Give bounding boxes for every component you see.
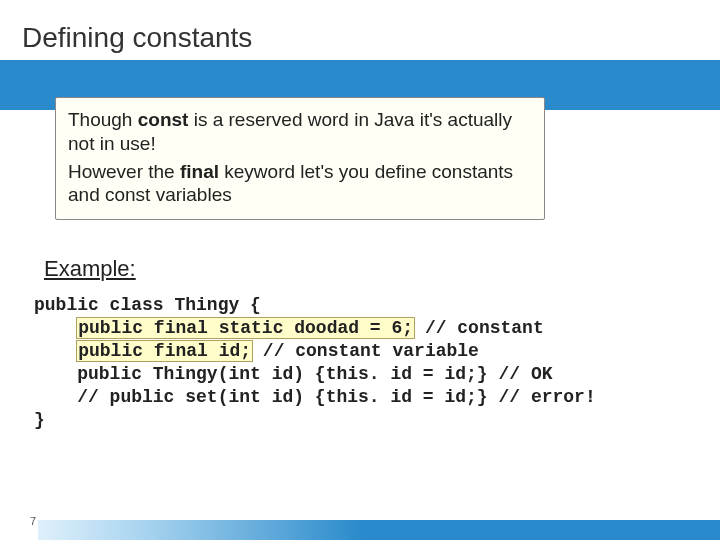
callout-bold-const: const (138, 109, 189, 130)
code-comment: // constant (414, 318, 544, 338)
callout-text: Though (68, 109, 138, 130)
code-highlight: public final id; (77, 341, 252, 361)
footer-gradient (38, 520, 720, 540)
code-line: } (34, 410, 45, 430)
callout-line-2: However the final keyword let's you defi… (68, 160, 532, 208)
code-line: public Thingy(int id) {this. id = id;} /… (34, 364, 552, 384)
code-line: public class Thingy { (34, 295, 261, 315)
callout-line-1: Though const is a reserved word in Java … (68, 108, 532, 156)
code-comment: // constant variable (252, 341, 479, 361)
code-line: // public set(int id) {this. id = id;} /… (34, 387, 596, 407)
footer: 7 (0, 510, 720, 540)
slide-title: Defining constants (22, 22, 252, 54)
code-indent (34, 318, 77, 338)
example-heading: Example: (44, 256, 136, 282)
code-highlight: public final static doodad = 6; (77, 318, 414, 338)
code-indent (34, 341, 77, 361)
code-block: public class Thingy { public final stati… (34, 294, 596, 432)
callout-bold-final: final (180, 161, 219, 182)
page-number: 7 (30, 515, 36, 527)
callout-box: Though const is a reserved word in Java … (55, 97, 545, 220)
callout-text: However the (68, 161, 180, 182)
